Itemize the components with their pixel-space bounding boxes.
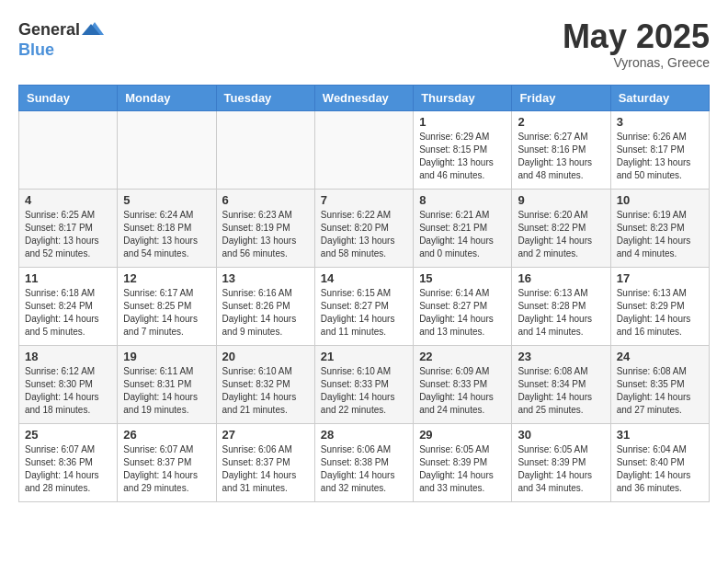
calendar-cell-1-5: 1Sunrise: 6:29 AMSunset: 8:15 PMDaylight… <box>414 110 512 189</box>
day-number: 7 <box>321 193 407 207</box>
day-info: Sunrise: 6:05 AMSunset: 8:39 PMDaylight:… <box>518 443 604 495</box>
day-number: 12 <box>123 271 210 285</box>
calendar-header-row: Sunday Monday Tuesday Wednesday Thursday… <box>19 85 710 110</box>
day-info: Sunrise: 6:07 AMSunset: 8:36 PMDaylight:… <box>25 443 111 495</box>
header-thursday: Thursday <box>414 85 512 110</box>
day-number: 17 <box>617 271 703 285</box>
day-number: 2 <box>518 115 604 129</box>
logo-general: General <box>18 20 80 40</box>
day-info: Sunrise: 6:20 AMSunset: 8:22 PMDaylight:… <box>518 209 604 260</box>
location-subtitle: Vyronas, Greece <box>563 55 710 70</box>
day-info: Sunrise: 6:13 AMSunset: 8:28 PMDaylight:… <box>518 287 604 339</box>
calendar-cell-1-1 <box>19 110 118 189</box>
logo-icon <box>82 18 104 40</box>
day-info: Sunrise: 6:27 AMSunset: 8:16 PMDaylight:… <box>518 131 604 182</box>
day-info: Sunrise: 6:18 AMSunset: 8:24 PMDaylight:… <box>25 287 111 339</box>
day-number: 30 <box>518 428 604 442</box>
calendar-table: Sunday Monday Tuesday Wednesday Thursday… <box>18 85 710 502</box>
day-info: Sunrise: 6:08 AMSunset: 8:34 PMDaylight:… <box>518 365 604 417</box>
day-number: 14 <box>321 271 407 285</box>
day-number: 21 <box>321 350 407 363</box>
day-info: Sunrise: 6:17 AMSunset: 8:25 PMDaylight:… <box>123 287 210 339</box>
day-info: Sunrise: 6:29 AMSunset: 8:15 PMDaylight:… <box>419 131 506 182</box>
calendar-week-3: 11Sunrise: 6:18 AMSunset: 8:24 PMDayligh… <box>19 267 710 345</box>
day-info: Sunrise: 6:07 AMSunset: 8:37 PMDaylight:… <box>123 443 210 495</box>
calendar-cell-5-7: 31Sunrise: 6:04 AMSunset: 8:40 PMDayligh… <box>610 423 709 501</box>
day-number: 10 <box>617 193 703 207</box>
calendar-cell-4-4: 21Sunrise: 6:10 AMSunset: 8:33 PMDayligh… <box>314 345 413 423</box>
day-number: 8 <box>419 193 506 207</box>
day-info: Sunrise: 6:19 AMSunset: 8:23 PMDaylight:… <box>617 209 703 260</box>
day-number: 9 <box>518 193 604 207</box>
day-info: Sunrise: 6:24 AMSunset: 8:18 PMDaylight:… <box>123 209 210 260</box>
calendar-cell-4-3: 20Sunrise: 6:10 AMSunset: 8:32 PMDayligh… <box>216 345 314 423</box>
calendar-cell-4-6: 23Sunrise: 6:08 AMSunset: 8:34 PMDayligh… <box>512 345 610 423</box>
calendar-cell-5-6: 30Sunrise: 6:05 AMSunset: 8:39 PMDayligh… <box>512 423 610 501</box>
logo: General Blue <box>18 18 104 60</box>
day-number: 18 <box>25 350 111 363</box>
day-number: 26 <box>123 428 210 442</box>
day-info: Sunrise: 6:26 AMSunset: 8:17 PMDaylight:… <box>617 131 703 182</box>
title-block: May 2025 Vyronas, Greece <box>563 18 710 70</box>
day-number: 31 <box>617 428 703 442</box>
day-info: Sunrise: 6:06 AMSunset: 8:38 PMDaylight:… <box>321 443 407 495</box>
day-info: Sunrise: 6:05 AMSunset: 8:39 PMDaylight:… <box>419 443 506 495</box>
day-number: 22 <box>419 350 506 363</box>
day-number: 6 <box>222 193 309 207</box>
day-info: Sunrise: 6:11 AMSunset: 8:31 PMDaylight:… <box>123 365 210 417</box>
header-sunday: Sunday <box>19 85 118 110</box>
calendar-cell-4-5: 22Sunrise: 6:09 AMSunset: 8:33 PMDayligh… <box>414 345 512 423</box>
calendar-cell-4-1: 18Sunrise: 6:12 AMSunset: 8:30 PMDayligh… <box>19 345 118 423</box>
day-number: 24 <box>617 350 703 363</box>
day-number: 4 <box>25 193 111 207</box>
month-year-title: May 2025 <box>563 18 710 55</box>
calendar-cell-3-4: 14Sunrise: 6:15 AMSunset: 8:27 PMDayligh… <box>314 267 413 345</box>
calendar-cell-2-6: 9Sunrise: 6:20 AMSunset: 8:22 PMDaylight… <box>512 189 610 267</box>
day-info: Sunrise: 6:10 AMSunset: 8:33 PMDaylight:… <box>321 365 407 417</box>
day-number: 19 <box>123 350 210 363</box>
calendar-week-5: 25Sunrise: 6:07 AMSunset: 8:36 PMDayligh… <box>19 423 710 501</box>
page-header: General Blue May 2025 Vyronas, Greece <box>18 18 710 70</box>
day-info: Sunrise: 6:04 AMSunset: 8:40 PMDaylight:… <box>617 443 703 495</box>
calendar-cell-3-6: 16Sunrise: 6:13 AMSunset: 8:28 PMDayligh… <box>512 267 610 345</box>
day-info: Sunrise: 6:06 AMSunset: 8:37 PMDaylight:… <box>222 443 309 495</box>
calendar-cell-2-1: 4Sunrise: 6:25 AMSunset: 8:17 PMDaylight… <box>19 189 118 267</box>
day-info: Sunrise: 6:16 AMSunset: 8:26 PMDaylight:… <box>222 287 309 339</box>
calendar-cell-5-4: 28Sunrise: 6:06 AMSunset: 8:38 PMDayligh… <box>314 423 413 501</box>
day-number: 11 <box>25 271 111 285</box>
day-number: 27 <box>222 428 309 442</box>
day-number: 13 <box>222 271 309 285</box>
calendar-cell-5-2: 26Sunrise: 6:07 AMSunset: 8:37 PMDayligh… <box>118 423 216 501</box>
calendar-cell-1-2 <box>118 110 216 189</box>
day-info: Sunrise: 6:10 AMSunset: 8:32 PMDaylight:… <box>222 365 309 417</box>
calendar-cell-3-2: 12Sunrise: 6:17 AMSunset: 8:25 PMDayligh… <box>118 267 216 345</box>
day-info: Sunrise: 6:23 AMSunset: 8:19 PMDaylight:… <box>222 209 309 260</box>
calendar-cell-2-4: 7Sunrise: 6:22 AMSunset: 8:20 PMDaylight… <box>314 189 413 267</box>
day-number: 20 <box>222 350 309 363</box>
day-number: 1 <box>419 115 506 129</box>
day-info: Sunrise: 6:12 AMSunset: 8:30 PMDaylight:… <box>25 365 111 417</box>
day-number: 28 <box>321 428 407 442</box>
header-saturday: Saturday <box>610 85 709 110</box>
header-tuesday: Tuesday <box>216 85 314 110</box>
day-number: 15 <box>419 271 506 285</box>
calendar-cell-2-3: 6Sunrise: 6:23 AMSunset: 8:19 PMDaylight… <box>216 189 314 267</box>
calendar-cell-5-3: 27Sunrise: 6:06 AMSunset: 8:37 PMDayligh… <box>216 423 314 501</box>
calendar-week-2: 4Sunrise: 6:25 AMSunset: 8:17 PMDaylight… <box>19 189 710 267</box>
calendar-cell-1-4 <box>314 110 413 189</box>
header-monday: Monday <box>118 85 216 110</box>
calendar-cell-3-7: 17Sunrise: 6:13 AMSunset: 8:29 PMDayligh… <box>610 267 709 345</box>
day-number: 23 <box>518 350 604 363</box>
calendar-cell-4-7: 24Sunrise: 6:08 AMSunset: 8:35 PMDayligh… <box>610 345 709 423</box>
day-info: Sunrise: 6:13 AMSunset: 8:29 PMDaylight:… <box>617 287 703 339</box>
calendar-cell-4-2: 19Sunrise: 6:11 AMSunset: 8:31 PMDayligh… <box>118 345 216 423</box>
day-info: Sunrise: 6:22 AMSunset: 8:20 PMDaylight:… <box>321 209 407 260</box>
day-number: 25 <box>25 428 111 442</box>
day-number: 29 <box>419 428 506 442</box>
calendar-cell-1-3 <box>216 110 314 189</box>
calendar-cell-1-6: 2Sunrise: 6:27 AMSunset: 8:16 PMDaylight… <box>512 110 610 189</box>
header-wednesday: Wednesday <box>314 85 413 110</box>
day-info: Sunrise: 6:21 AMSunset: 8:21 PMDaylight:… <box>419 209 506 260</box>
calendar-week-1: 1Sunrise: 6:29 AMSunset: 8:15 PMDaylight… <box>19 110 710 189</box>
calendar-cell-5-1: 25Sunrise: 6:07 AMSunset: 8:36 PMDayligh… <box>19 423 118 501</box>
